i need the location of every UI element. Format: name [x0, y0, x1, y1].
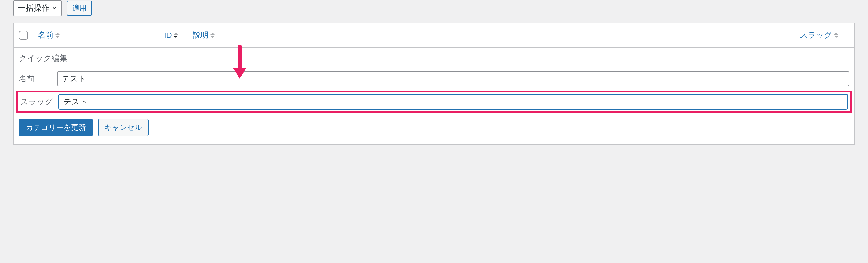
bulk-action-select[interactable]: 一括操作: [13, 0, 62, 16]
sort-icon: [55, 32, 60, 38]
quick-edit-button-row: カテゴリーを更新 キャンセル: [19, 119, 849, 136]
category-table: 名前 ID 説明 スラッグ: [13, 23, 855, 145]
name-label: 名前: [19, 74, 57, 84]
column-header-description[interactable]: 説明: [193, 30, 324, 40]
column-description-label: 説明: [193, 30, 209, 40]
bulk-action-label: 一括操作: [18, 3, 50, 13]
slug-input[interactable]: [58, 94, 848, 110]
name-field-row: 名前: [19, 71, 849, 86]
quick-edit-title: クイック編集: [19, 53, 849, 64]
slug-label: スラッグ: [20, 96, 58, 107]
sort-icon: [834, 32, 839, 38]
quick-edit-panel: クイック編集 名前 スラッグ カテゴリーを更新 キャンセル: [14, 48, 854, 145]
column-name-label: 名前: [38, 30, 54, 40]
update-category-button[interactable]: カテゴリーを更新: [19, 119, 93, 136]
slug-field-row-highlighted: スラッグ: [16, 91, 852, 113]
column-header-name[interactable]: 名前: [38, 30, 164, 40]
sort-icon: [210, 32, 215, 38]
table-header-row: 名前 ID 説明 スラッグ: [14, 23, 854, 48]
chevron-down-icon: [52, 5, 57, 11]
column-slug-label: スラッグ: [800, 30, 832, 40]
name-input[interactable]: [57, 71, 849, 86]
column-id-label: ID: [164, 31, 172, 40]
sort-icon: [174, 32, 178, 38]
select-all-checkbox[interactable]: [19, 31, 28, 40]
column-header-slug[interactable]: スラッグ: [800, 30, 849, 40]
column-header-id[interactable]: ID: [164, 31, 190, 40]
cancel-button[interactable]: キャンセル: [98, 119, 149, 136]
bulk-action-toolbar: 一括操作 適用: [13, 0, 855, 16]
apply-button[interactable]: 適用: [67, 1, 92, 16]
